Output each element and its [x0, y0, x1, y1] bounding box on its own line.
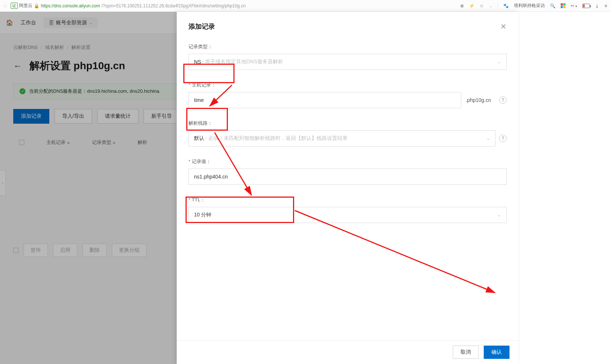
- pause-button[interactable]: 暂停: [24, 244, 48, 257]
- download-icon[interactable]: ⭳: [595, 3, 599, 8]
- star-icon[interactable]: ☆: [480, 3, 484, 8]
- site-name: 阿里云: [19, 3, 32, 9]
- record-value-input-wrap[interactable]: [188, 169, 507, 185]
- line-value: 默认: [194, 135, 204, 142]
- ttl-group: *TTL： 10 分钟 ⌄: [188, 197, 507, 223]
- help-icon[interactable]: ?: [499, 96, 507, 104]
- sort-icon: ◆: [67, 141, 70, 145]
- record-value-group: *记录值：: [188, 158, 507, 185]
- account-resource-label: 账号全部资源: [56, 20, 87, 26]
- crumb-dns[interactable]: 云解析DNS: [13, 44, 38, 51]
- bulk-select-checkbox[interactable]: [13, 248, 18, 253]
- account-resource-select[interactable]: 🗄 账号全部资源 ⌄: [43, 17, 98, 28]
- help-icon[interactable]: ?: [499, 135, 507, 142]
- url-host: https://dns.console.aliyun.com: [41, 3, 100, 8]
- scissors-icon[interactable]: ✂ ▾: [571, 3, 577, 8]
- crumb-domain[interactable]: 域名解析: [45, 44, 64, 51]
- col-type[interactable]: 记录类型◆: [92, 139, 116, 146]
- crumb-settings: 解析设置: [71, 44, 91, 51]
- paw-icon: 🐾: [503, 3, 509, 8]
- drawer-footer: 取消 确认: [177, 340, 518, 364]
- chevron-down-icon: ⌄: [497, 212, 501, 218]
- host-record-input-wrap[interactable]: [188, 92, 461, 108]
- cancel-button[interactable]: 取消: [453, 346, 479, 359]
- drawer-title: 添加记录: [188, 22, 215, 31]
- record-type-value: NS: [194, 59, 201, 65]
- host-record-label: *主机记录：: [188, 82, 507, 88]
- ttl-label: *TTL：: [188, 197, 507, 203]
- chevron-down-icon[interactable]: ⌄: [489, 3, 493, 8]
- col-host[interactable]: 主机记录◆: [46, 139, 70, 146]
- col-line-partial[interactable]: 解析: [138, 139, 147, 146]
- crumb-sep: /: [67, 45, 68, 50]
- record-value-label: *记录值：: [188, 158, 507, 165]
- line-select[interactable]: 默认 - 必填！未匹配到智能解析线路时，返回【默认】线路设置结果 ⌄: [188, 130, 496, 146]
- bulk-action-row: 暂停 启用 删除 更换分组: [13, 244, 147, 257]
- search-icon[interactable]: 🔍: [550, 3, 556, 8]
- battery-icon: [582, 4, 590, 8]
- sidebar-collapse-tab[interactable]: ‹: [0, 170, 6, 196]
- divider: [498, 3, 498, 9]
- ttl-select[interactable]: 10 分钟 ⌄: [188, 207, 507, 223]
- line-desc: - 必填！未匹配到智能解析线路时，返回【默认】线路设置结果: [205, 135, 348, 142]
- url-box[interactable]: 证 阿里云 🔒 https://dns.console.aliyun.com/?…: [11, 3, 246, 9]
- request-stats-button[interactable]: 请求量统计: [97, 109, 138, 124]
- drawer-header: 添加记录 ✕: [177, 22, 518, 40]
- home-icon[interactable]: 🏠: [6, 19, 13, 26]
- database-icon: 🗄: [49, 20, 54, 26]
- host-record-input[interactable]: [194, 97, 456, 103]
- chevron-down-icon: ⌄: [89, 20, 92, 25]
- change-group-button[interactable]: 更换分组: [112, 244, 147, 257]
- browser-right-tools: ⊕ ⚡ ☆ ⌄ 🐾 塔利班持枪采访 🔍 ✂ ▾ ⭳ ≡: [460, 3, 607, 9]
- right-gutter: [518, 12, 610, 364]
- add-record-button[interactable]: 添加记录: [13, 109, 49, 124]
- menu-icon[interactable]: ≡: [604, 3, 607, 8]
- ttl-value: 10 分钟: [194, 212, 211, 218]
- close-icon[interactable]: ✕: [500, 22, 507, 31]
- record-type-group: 记录类型： NS - 将子域名指定其他DNS服务器解析 ⌄: [188, 43, 507, 70]
- host-record-group: *主机记录： .php10g.cn ?: [188, 82, 507, 108]
- delete-button[interactable]: 删除: [82, 244, 107, 257]
- site-badge: 证: [11, 3, 18, 9]
- apps-grid-icon[interactable]: [561, 3, 565, 8]
- sort-icon: ◆: [113, 141, 116, 145]
- zoom-icon[interactable]: ⊕: [460, 3, 464, 8]
- chevron-down-icon: ⌄: [497, 59, 501, 64]
- select-all-checkbox[interactable]: [19, 140, 24, 145]
- record-value-input[interactable]: [194, 174, 501, 180]
- guide-button[interactable]: 新手引导: [144, 109, 180, 124]
- page-title: 解析设置 php10g.cn: [29, 59, 125, 73]
- lock-icon: 🔒: [34, 3, 39, 8]
- confirm-button[interactable]: 确认: [484, 346, 509, 359]
- speed-icon[interactable]: ⚡: [469, 3, 475, 8]
- line-group: 解析线路： 默认 - 必填！未匹配到智能解析线路时，返回【默认】线路设置结果 ⌄…: [188, 120, 507, 146]
- url-path: /?spm=5176.100251.111252.26.6cda4f15pgXF…: [102, 3, 246, 8]
- record-type-label: 记录类型：: [188, 43, 507, 50]
- back-arrow-icon[interactable]: ←: [13, 61, 22, 71]
- check-circle-icon: ✓: [20, 88, 25, 94]
- bookmark-star-icon[interactable]: ☆: [3, 3, 8, 9]
- enable-button[interactable]: 启用: [53, 244, 77, 257]
- dns-server-text: 当前分配的DNS服务器是：dns19.hichina.com, dns20.hi…: [29, 88, 161, 95]
- record-type-select[interactable]: NS - 将子域名指定其他DNS服务器解析 ⌄: [188, 54, 507, 70]
- workbench-link[interactable]: 工作台: [21, 20, 36, 26]
- add-record-drawer: 添加记录 ✕ 记录类型： NS - 将子域名指定其他DNS服务器解析 ⌄ *主机…: [177, 12, 518, 364]
- host-suffix: .php10g.cn: [466, 97, 491, 103]
- record-type-desc: - 将子域名指定其他DNS服务器解析: [202, 59, 283, 65]
- import-export-button[interactable]: 导入/导出: [54, 109, 92, 124]
- chevron-down-icon: ⌄: [486, 136, 490, 141]
- news-headline[interactable]: 塔利班持枪采访: [514, 3, 545, 9]
- drawer-body: 记录类型： NS - 将子域名指定其他DNS服务器解析 ⌄ *主机记录： .ph…: [177, 40, 518, 340]
- browser-address-bar: ☆ 证 阿里云 🔒 https://dns.console.aliyun.com…: [0, 0, 610, 12]
- crumb-sep: /: [40, 45, 42, 50]
- line-label: 解析线路：: [188, 120, 507, 127]
